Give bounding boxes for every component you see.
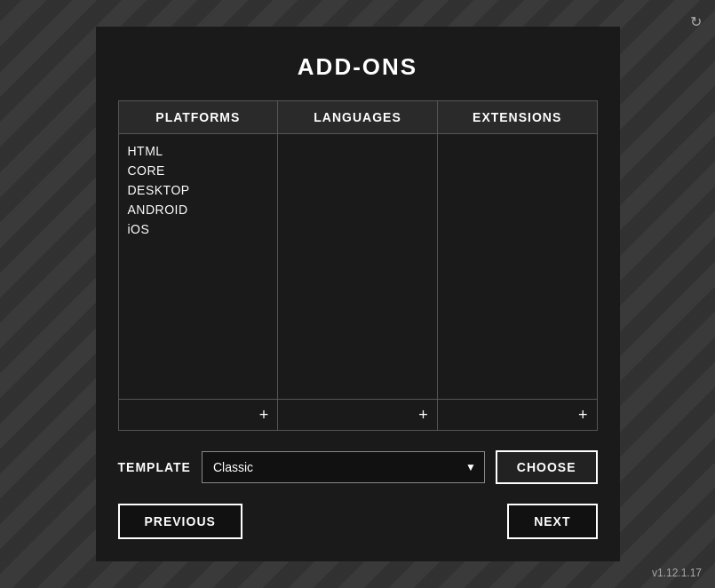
- previous-button[interactable]: PREVIOUS: [118, 504, 242, 539]
- page-title: ADD-ONS: [118, 53, 598, 81]
- platforms-header: PLATFORMS: [119, 101, 278, 134]
- columns-container: PLATFORMS HTML CORE DESKTOP ANDROID iOS …: [118, 100, 598, 431]
- template-select-wrapper: Classic Modern Minimal ▼: [202, 451, 485, 483]
- version-text: v1.12.1.17: [652, 567, 702, 579]
- extensions-column: EXTENSIONS +: [438, 101, 597, 430]
- list-item[interactable]: CORE: [128, 161, 269, 180]
- choose-button[interactable]: CHOOSE: [496, 450, 598, 484]
- list-item[interactable]: iOS: [128, 219, 269, 239]
- list-item[interactable]: ANDROID: [128, 200, 269, 219]
- list-item[interactable]: DESKTOP: [128, 180, 269, 200]
- languages-items: [278, 134, 437, 399]
- extensions-items: [438, 134, 597, 399]
- extensions-add-button[interactable]: +: [578, 407, 588, 423]
- main-panel: ADD-ONS PLATFORMS HTML CORE DESKTOP ANDR…: [96, 27, 620, 561]
- bottom-row: PREVIOUS NEXT: [118, 504, 598, 539]
- extensions-footer: +: [438, 399, 597, 430]
- languages-header: LANGUAGES: [278, 101, 437, 134]
- template-label: TEMPLATE: [118, 460, 191, 474]
- platforms-column: PLATFORMS HTML CORE DESKTOP ANDROID iOS …: [119, 101, 279, 430]
- refresh-icon[interactable]: ↻: [690, 13, 702, 30]
- languages-add-button[interactable]: +: [418, 407, 428, 423]
- list-item[interactable]: HTML: [128, 141, 269, 161]
- next-button[interactable]: NEXT: [507, 504, 597, 539]
- languages-footer: +: [278, 399, 437, 430]
- template-row: TEMPLATE Classic Modern Minimal ▼ CHOOSE: [118, 450, 598, 484]
- platforms-add-button[interactable]: +: [259, 407, 269, 423]
- platforms-items: HTML CORE DESKTOP ANDROID iOS: [119, 134, 278, 399]
- template-select[interactable]: Classic Modern Minimal: [202, 451, 485, 483]
- extensions-header: EXTENSIONS: [438, 101, 597, 134]
- languages-column: LANGUAGES +: [278, 101, 438, 430]
- platforms-footer: +: [119, 399, 278, 430]
